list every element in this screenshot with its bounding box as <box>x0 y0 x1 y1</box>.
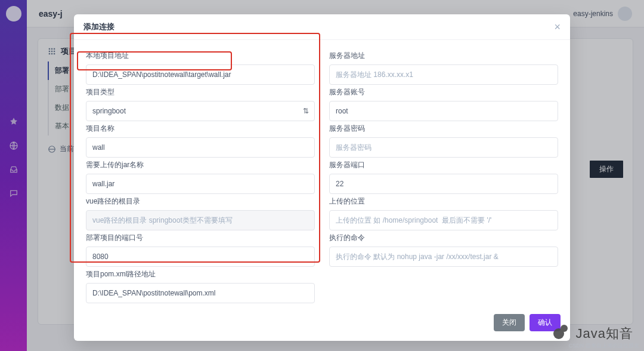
project-type-label: 项目类型 <box>86 87 315 97</box>
server-port-input[interactable] <box>329 174 558 194</box>
modal-footer: 关闭 确认 <box>74 308 570 341</box>
server-user-input[interactable] <box>329 101 558 121</box>
vue-root-input[interactable] <box>86 210 315 230</box>
credit-text: CSDN @来自上海的这位朋友 <box>569 342 639 350</box>
modal-title: 添加连接 <box>83 21 114 32</box>
watermark-text: Java知音 <box>576 325 633 343</box>
jar-name-label: 需要上传的jar名称 <box>86 160 315 170</box>
local-path-input[interactable] <box>86 64 315 85</box>
modal-right-col: 服务器地址 服务器账号 服务器密码 服务器端口 上传的位置 执行的命令 <box>329 48 558 303</box>
server-pass-input[interactable] <box>329 137 558 158</box>
deploy-port-label: 部署项目的端口号 <box>86 233 315 243</box>
chevron-updown-icon: ⇅ <box>303 107 309 115</box>
server-pass-label: 服务器密码 <box>329 124 558 134</box>
server-addr-label: 服务器地址 <box>329 51 558 61</box>
project-type-select-wrap: ⇅ <box>86 101 315 121</box>
modal-body: 本地项目地址 项目类型 ⇅ 项目名称 需要上传的jar名称 vue路径的根目录 … <box>74 40 570 308</box>
server-addr-input[interactable] <box>329 64 558 85</box>
watermark: Java知音 <box>553 325 633 343</box>
server-user-label: 服务器账号 <box>329 87 558 97</box>
vue-root-label: vue路径的根目录 <box>86 196 315 207</box>
close-button[interactable]: 关闭 <box>494 314 525 331</box>
pom-path-input[interactable] <box>86 283 315 303</box>
add-connection-modal: 添加连接 × 本地项目地址 项目类型 ⇅ 项目名称 需要上传的jar名称 vue… <box>74 14 570 341</box>
close-icon[interactable]: × <box>554 21 561 32</box>
upload-pos-label: 上传的位置 <box>329 196 558 207</box>
project-name-input[interactable] <box>86 137 315 158</box>
upload-pos-input[interactable] <box>329 210 558 230</box>
modal-header: 添加连接 × <box>74 14 570 40</box>
modal-left-col: 本地项目地址 项目类型 ⇅ 项目名称 需要上传的jar名称 vue路径的根目录 … <box>86 48 315 303</box>
pom-path-label: 项目pom.xml路径地址 <box>86 269 315 279</box>
server-port-label: 服务器端口 <box>329 160 558 170</box>
wechat-logo-icon <box>553 325 571 343</box>
project-type-select[interactable] <box>86 101 315 121</box>
exec-cmd-input[interactable] <box>329 247 558 267</box>
project-name-label: 项目名称 <box>86 124 315 134</box>
local-path-label: 本地项目地址 <box>86 51 315 61</box>
jar-name-input[interactable] <box>86 174 315 194</box>
deploy-port-input[interactable] <box>86 247 315 267</box>
exec-cmd-label: 执行的命令 <box>329 233 558 243</box>
